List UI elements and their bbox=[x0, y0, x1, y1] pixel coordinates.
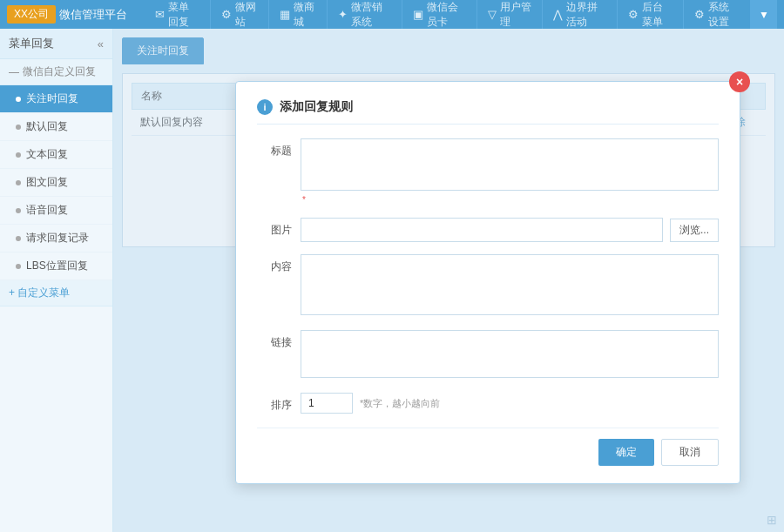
sidebar-item-lbs-reply[interactable]: LBS位置回复 bbox=[0, 253, 112, 280]
nav-user-mgmt[interactable]: ▽ 用户管理 bbox=[477, 0, 543, 29]
nav-member-card[interactable]: ▣ 微信会员卡 bbox=[402, 0, 477, 29]
modal-title-row: i 添加回复规则 bbox=[257, 99, 719, 125]
modal-title: 添加回复规则 bbox=[280, 99, 353, 115]
cancel-button[interactable]: 取消 bbox=[661, 439, 719, 466]
info-icon: i bbox=[257, 99, 273, 115]
add-rule-modal: × i 添加回复规则 标题 bbox=[235, 81, 740, 484]
sidebar-custom-menu[interactable]: + 自定义菜单 bbox=[0, 280, 112, 306]
browse-button[interactable]: 浏览... bbox=[670, 219, 719, 242]
nav-fan-reply[interactable]: ✉ 菜单回复 bbox=[145, 0, 211, 29]
nav-user-icon: ▽ bbox=[488, 8, 497, 21]
nav-gear-icon-3: ⚙ bbox=[694, 8, 705, 21]
sidebar-item-follow-reply[interactable]: 关注时回复 bbox=[0, 85, 112, 113]
dot-icon bbox=[16, 180, 21, 185]
nav-items: ✉ 菜单回复 ⚙ 微网站 ▦ 微商城 ✦ 微营销系统 ▣ 微信会员卡 ▽ 用户管… bbox=[145, 0, 751, 29]
label-image: 图片 bbox=[257, 218, 301, 238]
order-input[interactable] bbox=[301, 393, 353, 414]
sidebar-item-default-reply[interactable]: 默认回复 bbox=[0, 113, 112, 141]
dot-icon bbox=[16, 236, 21, 241]
nav-envelope-icon: ✉ bbox=[155, 8, 165, 21]
control-content bbox=[301, 254, 719, 318]
form-row-title: 标题 * bbox=[257, 138, 719, 205]
control-link bbox=[301, 330, 719, 380]
form-row-image: 图片 浏览... bbox=[257, 218, 719, 242]
dot-icon bbox=[16, 97, 21, 102]
control-image: 浏览... bbox=[301, 218, 719, 242]
dot-icon bbox=[16, 264, 21, 269]
nav-card-icon: ▣ bbox=[413, 8, 423, 21]
sidebar-item-voice-reply[interactable]: 语音回复 bbox=[0, 197, 112, 225]
form-row-order: 排序 *数字，越小越向前 bbox=[257, 393, 719, 414]
content-input[interactable] bbox=[301, 254, 719, 315]
sidebar: 菜单回复 « — 微信自定义回复 关注时回复 默认回复 文本回复 图文回复 语音… bbox=[0, 29, 113, 532]
title-input[interactable] bbox=[301, 138, 719, 191]
label-title: 标题 bbox=[257, 138, 301, 158]
nav-settings[interactable]: ⚙ 系统设置 bbox=[684, 0, 751, 29]
dot-icon bbox=[16, 125, 21, 130]
dot-icon bbox=[16, 152, 21, 158]
required-star: * bbox=[302, 195, 306, 205]
form-row-link: 链接 bbox=[257, 330, 719, 380]
nav-mini-store[interactable]: ▦ 微商城 bbox=[269, 0, 328, 29]
sidebar-collapse-icon[interactable]: « bbox=[98, 37, 104, 51]
sidebar-item-image-reply[interactable]: 图文回复 bbox=[0, 169, 112, 197]
modal-form: 标题 * 图片 bbox=[257, 138, 719, 414]
sidebar-item-view-log[interactable]: 请求回复记录 bbox=[0, 225, 112, 253]
minus-icon: — bbox=[9, 66, 19, 78]
dot-icon bbox=[16, 208, 21, 213]
link-input[interactable] bbox=[301, 330, 719, 378]
image-input[interactable] bbox=[301, 218, 663, 242]
modal-close-button[interactable]: × bbox=[729, 71, 750, 92]
modal-footer: 确定 取消 bbox=[257, 428, 719, 466]
nav-store-icon: ▦ bbox=[280, 8, 290, 21]
label-link: 链接 bbox=[257, 330, 301, 350]
label-content: 内容 bbox=[257, 254, 301, 274]
top-nav: XX公司 微信管理平台 ✉ 菜单回复 ⚙ 微网站 ▦ 微商城 ✦ 微营销系统 ▣… bbox=[0, 0, 784, 29]
control-title: * bbox=[301, 138, 719, 205]
sidebar-section-custom-reply: — 微信自定义回复 bbox=[0, 59, 112, 85]
sidebar-item-text-reply[interactable]: 文本回复 bbox=[0, 141, 112, 169]
nav-mini-site[interactable]: ⚙ 微网站 bbox=[211, 0, 269, 29]
nav-backend[interactable]: ⚙ 后台菜单 bbox=[618, 0, 685, 29]
main-layout: 菜单回复 « — 微信自定义回复 关注时回复 默认回复 文本回复 图文回复 语音… bbox=[0, 29, 784, 532]
content-area: 关注时回复 名称 排序 操作 默认回复内容 1 编辑 删除 ⊞ bbox=[113, 29, 784, 532]
modal-overlay: × i 添加回复规则 标题 bbox=[113, 29, 784, 532]
nav-activity-icon: ⋀ bbox=[553, 8, 563, 21]
chevron-down-icon: ▼ bbox=[759, 9, 769, 21]
nav-gear-icon-1: ⚙ bbox=[221, 8, 232, 21]
nav-star-icon: ✦ bbox=[338, 8, 348, 21]
close-icon: × bbox=[736, 75, 743, 89]
form-row-content: 内容 bbox=[257, 254, 719, 318]
control-order: *数字，越小越向前 bbox=[301, 393, 719, 414]
nav-boundary[interactable]: ⋀ 边界拼活动 bbox=[543, 0, 618, 29]
app-title: 微信管理平台 bbox=[59, 7, 127, 23]
order-hint: *数字，越小越向前 bbox=[360, 397, 440, 410]
app-logo: XX公司 bbox=[7, 5, 56, 24]
nav-marketing[interactable]: ✦ 微营销系统 bbox=[328, 0, 402, 29]
confirm-button[interactable]: 确定 bbox=[598, 439, 654, 466]
nav-expand-button[interactable]: ▼ bbox=[751, 0, 777, 29]
nav-gear-icon-2: ⚙ bbox=[628, 8, 639, 21]
image-row: 浏览... bbox=[301, 218, 719, 242]
label-order: 排序 bbox=[257, 393, 301, 413]
sidebar-header: 菜单回复 « bbox=[0, 29, 112, 59]
